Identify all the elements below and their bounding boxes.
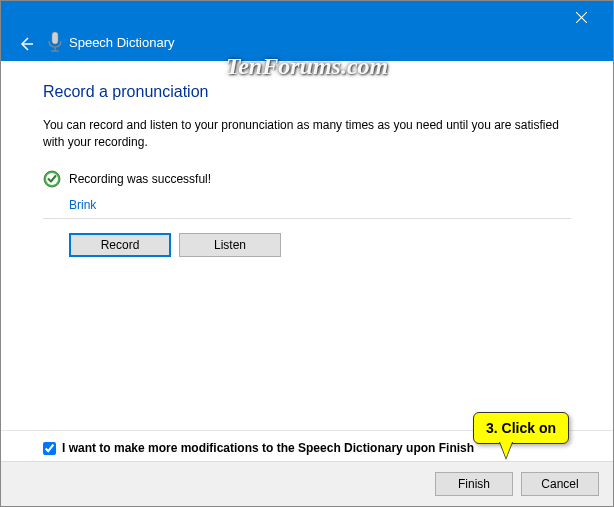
checkbox-label: I want to make more modifications to the… bbox=[62, 441, 474, 455]
description-text: You can record and listen to your pronun… bbox=[43, 117, 571, 152]
status-row: Recording was successful! bbox=[43, 170, 571, 188]
word-row: Brink bbox=[43, 198, 571, 212]
titlebar: Speech Dictionary bbox=[1, 1, 613, 61]
page-heading: Record a pronunciation bbox=[43, 83, 571, 101]
callout-text: 3. Click on bbox=[486, 420, 556, 436]
divider bbox=[43, 218, 571, 219]
window-title: Speech Dictionary bbox=[69, 35, 175, 50]
footer: Finish Cancel bbox=[1, 461, 613, 506]
close-icon bbox=[576, 12, 587, 23]
back-arrow-icon bbox=[18, 36, 34, 52]
success-icon bbox=[43, 170, 61, 188]
back-button[interactable] bbox=[17, 35, 35, 53]
svg-rect-3 bbox=[52, 32, 58, 44]
annotation-callout: 3. Click on bbox=[473, 412, 569, 444]
microphone-icon bbox=[45, 31, 65, 53]
finish-button[interactable]: Finish bbox=[435, 472, 513, 496]
cancel-button[interactable]: Cancel bbox=[521, 472, 599, 496]
record-button[interactable]: Record bbox=[69, 233, 171, 257]
content-area: Record a pronunciation You can record an… bbox=[1, 61, 613, 257]
more-modifications-checkbox[interactable] bbox=[43, 442, 56, 455]
status-text: Recording was successful! bbox=[69, 172, 211, 186]
button-row: Record Listen bbox=[43, 233, 571, 257]
close-button[interactable] bbox=[559, 3, 603, 31]
word-link[interactable]: Brink bbox=[69, 198, 96, 212]
callout-tail bbox=[499, 442, 513, 460]
listen-button[interactable]: Listen bbox=[179, 233, 281, 257]
